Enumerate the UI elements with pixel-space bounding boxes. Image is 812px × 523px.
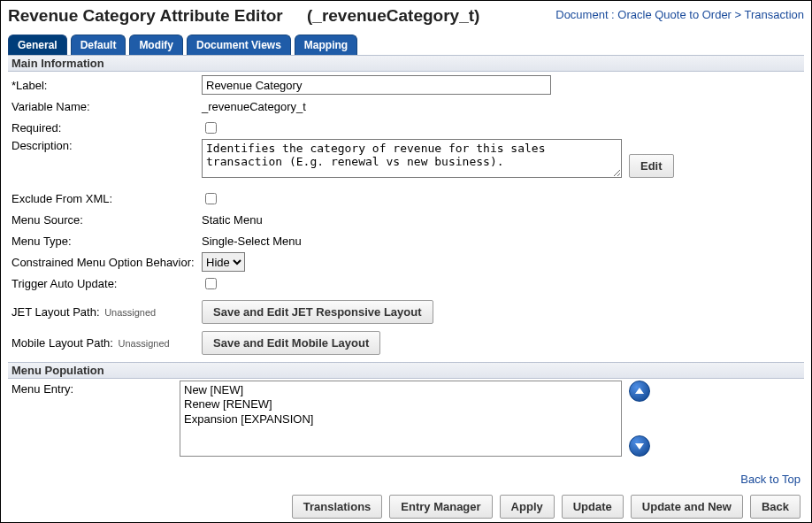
translations-button[interactable]: Translations xyxy=(292,495,383,519)
label-label: *Label: xyxy=(11,79,202,92)
update-button[interactable]: Update xyxy=(562,495,624,519)
mobile-layout-path-label: Mobile Layout Path: xyxy=(11,336,113,350)
entry-manager-button[interactable]: Entry Manager xyxy=(389,495,492,519)
move-down-button[interactable] xyxy=(629,435,650,457)
breadcrumb-sep: > xyxy=(732,8,745,21)
required-checkbox[interactable] xyxy=(205,122,217,134)
description-label: Description: xyxy=(11,139,202,152)
constrained-behavior-select[interactable]: Hide xyxy=(202,252,245,272)
menu-type-label: Menu Type: xyxy=(11,235,202,248)
required-label: Required: xyxy=(11,121,202,135)
menu-entry-item[interactable]: New [NEW] xyxy=(184,383,617,397)
menu-entry-label: Menu Entry: xyxy=(11,381,180,396)
back-button[interactable]: Back xyxy=(750,495,801,519)
constrained-behavior-label: Constrained Menu Option Behavior: xyxy=(11,256,202,269)
trigger-auto-update-checkbox[interactable] xyxy=(205,278,217,289)
edit-button[interactable]: Edit xyxy=(629,154,674,178)
trigger-auto-update-label: Trigger Auto Update: xyxy=(11,277,202,290)
app-frame: Revenue Category Attribute Editor (_reve… xyxy=(0,0,812,523)
mobile-layout-path-value: Unassigned xyxy=(119,338,170,349)
apply-button[interactable]: Apply xyxy=(500,495,555,519)
section-menu-population-header: Menu Population xyxy=(8,362,804,379)
exclude-xml-checkbox[interactable] xyxy=(205,193,217,204)
arrow-down-icon xyxy=(634,441,645,451)
svg-marker-0 xyxy=(635,388,644,394)
tab-document-views[interactable]: Document Views xyxy=(187,35,291,55)
label-input[interactable] xyxy=(202,75,551,95)
menu-entry-item[interactable]: Renew [RENEW] xyxy=(184,397,617,411)
tab-modify[interactable]: Modify xyxy=(129,35,183,55)
breadcrumb: Document : Oracle Quote to Order > Trans… xyxy=(555,6,804,21)
section-main-information-header: Main Information xyxy=(8,55,804,72)
jet-layout-path-value: Unassigned xyxy=(104,307,156,318)
tab-default[interactable]: Default xyxy=(71,35,126,55)
jet-layout-path-cell: JET Layout Path: Unassigned xyxy=(11,305,202,319)
menu-type-value: Single-Select Menu xyxy=(202,235,302,248)
menu-entry-item[interactable]: Expansion [EXPANSION] xyxy=(184,412,617,427)
breadcrumb-link-2[interactable]: Transaction xyxy=(745,8,804,21)
save-edit-jet-layout-button[interactable]: Save and Edit JET Responsive Layout xyxy=(202,300,433,324)
back-to-top-row: Back to Top xyxy=(8,460,804,486)
footer-button-bar: Translations Entry Manager Apply Update … xyxy=(8,486,804,519)
exclude-xml-label: Exclude From XML: xyxy=(11,192,202,205)
tab-general[interactable]: General xyxy=(8,35,67,55)
menu-source-value: Static Menu xyxy=(202,213,263,227)
back-to-top-link[interactable]: Back to Top xyxy=(740,473,801,486)
menu-source-label: Menu Source: xyxy=(11,213,202,227)
page-title-affix: (_revenueCategory_t) xyxy=(307,6,479,25)
update-and-new-button[interactable]: Update and New xyxy=(631,495,743,519)
description-textarea[interactable] xyxy=(202,139,622,178)
arrow-up-icon xyxy=(634,386,645,396)
section-menu-population-body: Menu Entry: New [NEW] Renew [RENEW] Expa… xyxy=(8,379,804,460)
save-edit-mobile-layout-button[interactable]: Save and Edit Mobile Layout xyxy=(202,331,380,355)
breadcrumb-prefix: Document : xyxy=(555,8,617,21)
variable-name-label: Variable Name: xyxy=(11,100,202,113)
section-main-information-body: *Label: Variable Name: _revenueCategory_… xyxy=(8,72,804,362)
tab-mapping[interactable]: Mapping xyxy=(295,35,357,55)
variable-name-value: _revenueCategory_t xyxy=(202,100,306,113)
mobile-layout-path-cell: Mobile Layout Path: Unassigned xyxy=(11,336,202,350)
page-title-block: Revenue Category Attribute Editor (_reve… xyxy=(8,6,479,26)
move-up-button[interactable] xyxy=(629,381,650,402)
svg-marker-1 xyxy=(635,443,644,450)
tab-bar: General Default Modify Document Views Ma… xyxy=(8,35,804,55)
jet-layout-path-label: JET Layout Path: xyxy=(11,305,100,319)
menu-entry-list[interactable]: New [NEW] Renew [RENEW] Expansion [EXPAN… xyxy=(180,381,622,457)
header-row: Revenue Category Attribute Editor (_reve… xyxy=(8,6,804,26)
page-title: Revenue Category Attribute Editor xyxy=(8,6,283,25)
reorder-arrow-column xyxy=(622,381,650,457)
breadcrumb-link-1[interactable]: Oracle Quote to Order xyxy=(617,8,732,21)
